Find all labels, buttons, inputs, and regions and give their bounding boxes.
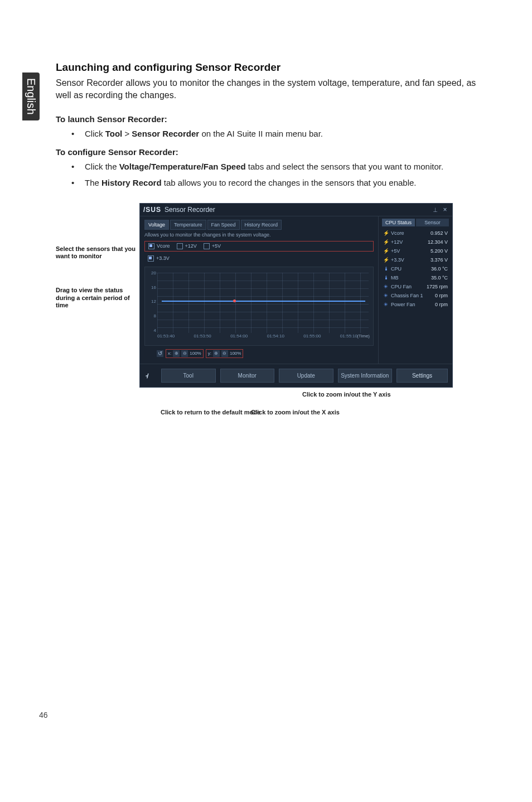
callout-drag: Drag to view the status during a certain… xyxy=(56,287,139,309)
voltage-chart[interactable]: 20 16 12 8 4 01:53:40 01:53:50 01:54: xyxy=(144,267,374,346)
tab-history-record[interactable]: History Record xyxy=(241,220,282,230)
checkbox-icon[interactable] xyxy=(204,243,210,249)
bottom-update[interactable]: Update xyxy=(279,369,333,383)
zoom-x-value: 100% xyxy=(190,351,201,356)
sensor-recorder-window: /SUS Sensor Recorder ⟂ × Voltage Tempera… xyxy=(139,203,453,388)
fan-icon: ✳ xyxy=(383,293,389,298)
metric-chassis-fan: ✳Chassis Fan 10 rpm xyxy=(382,291,449,300)
zoom-y-in[interactable]: ⊕ xyxy=(213,350,220,357)
bottom-settings[interactable]: Settings xyxy=(396,369,448,383)
checkbox-icon[interactable] xyxy=(177,243,183,249)
chart-series-line xyxy=(162,301,365,302)
zoom-y-value: 100% xyxy=(230,351,241,356)
status-side-panel: CPU Status Sensor ⚡Vcore0.952 V ⚡+12V12.… xyxy=(378,216,452,364)
zoom-y-out[interactable]: ⊖ xyxy=(221,350,228,357)
brand-glyph-icon: ⫞ xyxy=(144,371,157,380)
sensor-select-row: Vcore +12V +5V xyxy=(144,241,374,252)
launch-bullet: • Click Tool > Sensor Recorder on the AI… xyxy=(71,128,493,139)
zoom-x-out[interactable]: ⊖ xyxy=(181,350,188,357)
checkbox-icon[interactable] xyxy=(148,255,154,262)
configure-heading: To configure Sensor Recorder: xyxy=(56,147,493,157)
zoom-x-in[interactable]: ⊕ xyxy=(173,350,180,357)
launch-heading: To launch Sensor Recorder: xyxy=(56,114,493,124)
sensor-vcore[interactable]: Vcore xyxy=(148,243,170,249)
metric-power-fan: ✳Power Fan0 rpm xyxy=(382,300,449,309)
bolt-icon: ⚡ xyxy=(383,230,389,236)
section-heading: Launching and configuring Sensor Recorde… xyxy=(56,61,493,74)
configure-bullet-2: • The History Record tab allows you to r… xyxy=(71,177,493,189)
zoom-y-group: y: ⊕ ⊖ 100% xyxy=(206,349,244,358)
pin-icon[interactable]: ⟂ xyxy=(431,206,439,214)
tab-fan-speed[interactable]: Fan Speed xyxy=(207,220,240,230)
zoom-reset-x[interactable]: ↺ xyxy=(157,350,163,357)
fan-icon: ✳ xyxy=(383,284,389,289)
thermometer-icon: 🌡 xyxy=(383,275,389,281)
zoom-x-group: x: ⊕ ⊖ 100% xyxy=(166,349,204,358)
callout-zoom-y: Click to zoom in/out the Y axis xyxy=(302,391,391,398)
time-axis-label: (Time) xyxy=(357,334,370,339)
metric-5v: ⚡+5V5.200 V xyxy=(382,247,449,255)
tab-temperature[interactable]: Temperature xyxy=(170,220,206,230)
fan-icon: ✳ xyxy=(383,302,389,307)
metric-cpu-temp: 🌡CPU36.0 °C xyxy=(382,264,449,273)
bottom-sysinfo[interactable]: System Information xyxy=(338,369,393,383)
sensor-12v[interactable]: +12V xyxy=(177,243,197,249)
page-number: 46 xyxy=(39,711,48,719)
metric-33v: ⚡+3.3V3.376 V xyxy=(382,255,449,264)
metric-cpu-fan: ✳CPU Fan1725 rpm xyxy=(382,282,449,291)
configure-bullet-1: • Click the Voltage/Temperature/Fan Spee… xyxy=(71,161,493,172)
sp-tab-sensor[interactable]: Sensor xyxy=(416,219,449,226)
sp-tab-cpu[interactable]: CPU Status xyxy=(382,219,415,226)
sensor-5v[interactable]: +5V xyxy=(204,243,221,249)
callout-return: Click to return to the default mode xyxy=(161,409,260,416)
hint-text: Allows you to monitor the changes in the… xyxy=(144,232,374,238)
tab-voltage[interactable]: Voltage xyxy=(144,220,169,230)
metric-vcore: ⚡Vcore0.952 V xyxy=(382,229,449,238)
intro-text: Sensor Recorder allows you to monitor th… xyxy=(56,77,493,101)
metric-12v: ⚡+12V12.304 V xyxy=(382,238,449,247)
close-icon[interactable]: × xyxy=(441,206,449,214)
bolt-icon: ⚡ xyxy=(383,257,389,263)
callout-select: Select the sensors that you want to moni… xyxy=(56,245,139,260)
metric-mb-temp: 🌡MB35.0 °C xyxy=(382,273,449,282)
language-tab: English xyxy=(22,73,40,120)
sensor-select-row-2: +3.3V xyxy=(144,254,374,263)
sensor-33v[interactable]: +3.3V xyxy=(148,255,170,262)
bolt-icon: ⚡ xyxy=(383,239,389,245)
bolt-icon: ⚡ xyxy=(383,248,389,254)
callout-zoom-x: Click to zoom in/out the X axis xyxy=(251,409,340,416)
bottom-monitor[interactable]: Monitor xyxy=(220,369,275,383)
chart-marker xyxy=(233,299,236,302)
checkbox-icon[interactable] xyxy=(148,243,154,249)
window-title: Sensor Recorder xyxy=(165,206,215,214)
thermometer-icon: 🌡 xyxy=(383,266,389,272)
bottom-tool[interactable]: Tool xyxy=(161,369,216,383)
app-logo: /SUS xyxy=(143,206,161,214)
